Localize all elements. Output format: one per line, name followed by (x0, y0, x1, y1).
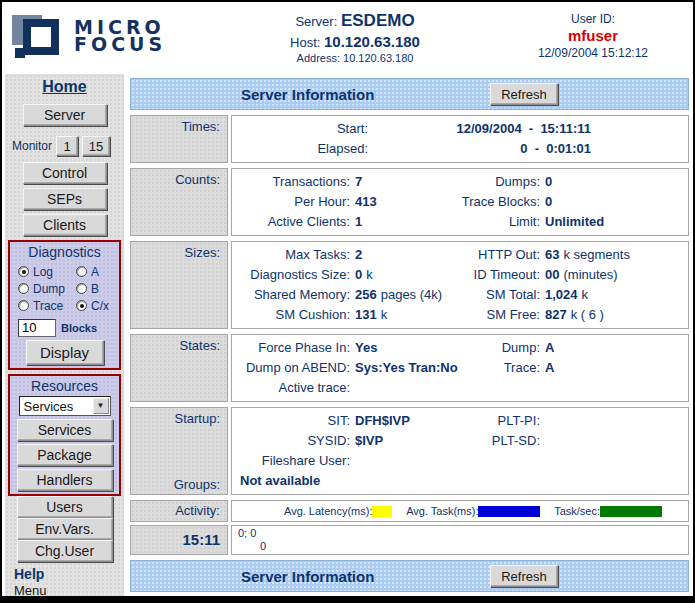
resources-dropdown[interactable]: Services ▼ (19, 396, 111, 416)
startup-label: Startup: (131, 411, 220, 426)
monitor-interval-1-button[interactable]: 1 (56, 136, 78, 156)
clients-button[interactable]: Clients (23, 214, 107, 236)
counts-label: Transactions: (238, 172, 350, 192)
activity-panel: Avg. Latency(ms): Avg. Task(ms): Task/se… (231, 500, 689, 522)
radio-dump[interactable]: Dump (18, 282, 76, 296)
sizes-value: 2 (355, 245, 455, 265)
start-label: Start: (238, 119, 368, 139)
sample-line2: 0 (238, 540, 682, 553)
activity-sample-panel: 0; 0 0 (231, 525, 689, 555)
legend-item-task-ms: Avg. Task(ms): (406, 505, 540, 517)
startup-field-label: PLT-SD: (460, 431, 540, 451)
refresh-button[interactable]: Refresh (490, 83, 558, 105)
startup-field-value (545, 411, 682, 431)
activity-section: Activity: Avg. Latency(ms): Avg. Task(ms… (130, 500, 689, 522)
sizes-value: 63k segments (545, 245, 682, 265)
radio-cx[interactable]: C/x (76, 299, 109, 313)
radio-log-icon[interactable] (18, 266, 29, 277)
main-content: Server Information Refresh Times: Start:… (124, 74, 693, 596)
sample-line1: 0; 0 (238, 527, 682, 540)
sizes-label: HTTP Out: (460, 245, 540, 265)
home-link[interactable]: Home (42, 78, 86, 95)
window-frame: MICRO FOCUS Server: ESDEMO Host: 10.120.… (0, 0, 695, 603)
sizes-section-label: Sizes: (130, 241, 228, 329)
startup-field-value: $IVP (355, 431, 455, 451)
header-server-info: Server: ESDEMO Host: 10.120.63.180 Addre… (217, 2, 493, 70)
startup-section-label: Startup: Groups: (130, 407, 228, 495)
radio-b-icon[interactable] (76, 283, 87, 294)
logo-text: MICRO FOCUS (74, 19, 166, 53)
sizes-label: Max Tasks: (238, 245, 350, 265)
states-value: Yes (355, 338, 455, 358)
micro-focus-logo: MICRO FOCUS (2, 2, 217, 70)
radio-cx-icon[interactable] (76, 300, 87, 311)
handlers-button[interactable]: Handlers (17, 469, 113, 491)
blocks-input[interactable] (18, 319, 56, 337)
startup-section: Startup: Groups: SIT: DFH$IVP PLT-PI: SY… (130, 407, 689, 495)
logo-line2: FOCUS (74, 36, 166, 53)
radio-a-icon[interactable] (76, 266, 87, 277)
user-id-value: mfuser (493, 27, 693, 44)
sample-time-label: 15:11 (130, 525, 228, 555)
control-button[interactable]: Control (23, 162, 107, 184)
seps-button[interactable]: SEPs (23, 188, 107, 210)
radio-dump-icon[interactable] (18, 283, 29, 294)
states-label: Active trace: (238, 378, 350, 398)
counts-value: 413 (355, 192, 455, 212)
radio-a[interactable]: A (76, 265, 99, 279)
header-timestamp: 12/09/2004 15:12:12 (493, 46, 693, 60)
task-ms-swatch-icon (478, 506, 540, 517)
server-name: ESDEMO (341, 11, 415, 30)
display-button[interactable]: Display (26, 340, 104, 365)
legend-item-task-sec: Task/sec: (554, 505, 662, 517)
times-panel: Start: 12/09/2004 - 15:11:11 Elapsed: 0 … (231, 115, 689, 163)
radio-trace[interactable]: Trace (18, 299, 76, 313)
sizes-value: 1,024k (545, 285, 682, 305)
counts-label: Trace Blocks: (460, 192, 540, 212)
sizes-value: 256pages (4k) (355, 285, 455, 305)
help-heading: Help (5, 566, 124, 582)
radio-b[interactable]: B (76, 282, 99, 296)
chguser-button[interactable]: Chg.User (17, 540, 113, 562)
blocks-label: Blocks (61, 322, 97, 334)
states-value (355, 378, 455, 398)
activity-section-label: Activity: (130, 500, 228, 522)
menu-link[interactable]: Menu (5, 583, 124, 596)
page-title-bottom: Server Information (241, 568, 374, 585)
resources-dropdown-value: Services (20, 399, 93, 414)
radio-log[interactable]: Log (18, 265, 76, 279)
address-label: Address: (297, 52, 340, 64)
envvars-button[interactable]: Env.Vars. (17, 518, 113, 540)
users-button[interactable]: Users (17, 496, 113, 518)
elapsed-label: Elapsed: (238, 139, 368, 159)
states-panel: Force Phase In: Yes Dump: A Dump on ABEN… (231, 334, 689, 402)
states-value: A (545, 338, 682, 358)
counts-section: Counts: Transactions: 7 Dumps: 0 Per Hou… (130, 168, 689, 236)
sizes-value: 0k (355, 265, 455, 285)
bottom-title-bar: Server Information Refresh (130, 560, 689, 592)
server-button[interactable]: Server (23, 104, 107, 126)
refresh-button-bottom[interactable]: Refresh (490, 565, 558, 587)
sizes-value: 131k (355, 305, 455, 325)
startup-field-label: Fileshare User: (238, 451, 350, 471)
package-button[interactable]: Package (17, 444, 113, 466)
counts-value: 7 (355, 172, 455, 192)
counts-value: Unlimited (545, 212, 682, 232)
states-value (545, 378, 682, 398)
sizes-value: 00(minutes) (545, 265, 682, 285)
sizes-label: ID Timeout: (460, 265, 540, 285)
sizes-label: SM Total: (460, 285, 540, 305)
monitor-interval-15-button[interactable]: 15 (82, 136, 110, 156)
states-label: Trace: (460, 358, 540, 378)
resources-panel: Resources Services ▼ Services Package Ha… (8, 374, 121, 496)
startup-field-value (355, 451, 455, 471)
legend-item-latency: Avg. Latency(ms): (284, 505, 392, 517)
monitor-label: Monitor (12, 139, 52, 153)
sizes-value: 827k ( 6 ) (545, 305, 682, 325)
chevron-down-icon[interactable]: ▼ (93, 398, 109, 414)
radio-trace-icon[interactable] (18, 300, 29, 311)
services-button[interactable]: Services (17, 419, 113, 441)
startup-field-value (545, 451, 682, 471)
page-title: Server Information (241, 86, 374, 103)
counts-value: 0 (545, 172, 682, 192)
